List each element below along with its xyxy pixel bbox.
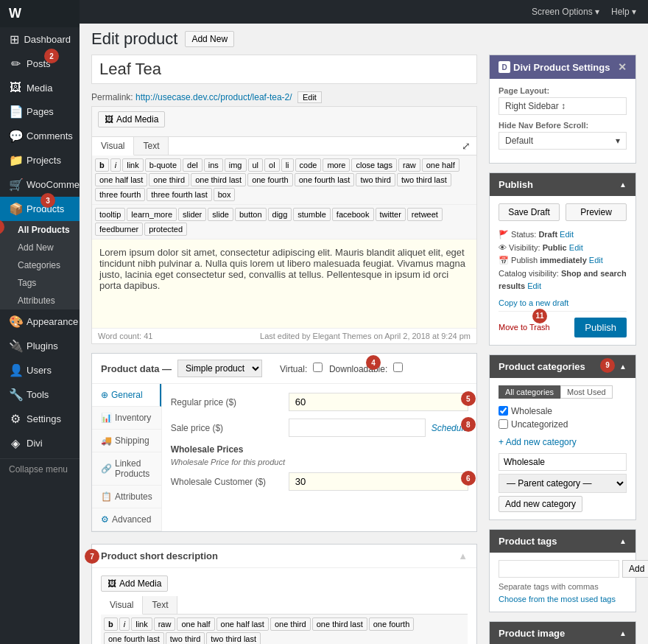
sd-one-fourth-last[interactable]: one fourth last (104, 632, 164, 644)
categories-header[interactable]: Product categories ▲ (490, 355, 635, 378)
toolbar-stumble[interactable]: stumble (293, 208, 331, 221)
copy-draft-link[interactable]: Copy to a new draft (499, 298, 568, 307)
toolbar-digg[interactable]: digg (268, 208, 292, 221)
save-draft-button[interactable]: Save Draft (499, 203, 560, 221)
toolbar-link[interactable]: link (122, 158, 144, 172)
sale-price-input[interactable] (289, 419, 426, 437)
tab-advanced[interactable]: ⚙ Advanced (92, 508, 161, 531)
wholesale-customer-input[interactable] (289, 472, 468, 491)
move-to-trash-link[interactable]: Move to Trash (499, 323, 550, 332)
toolbar-del[interactable]: del (183, 158, 202, 172)
sd-link[interactable]: link (131, 617, 152, 631)
collapse-menu-button[interactable]: Collapse menu (0, 458, 80, 480)
sidebar-item-divi[interactable]: ◈ Divi (0, 431, 80, 455)
toolbar-one-third-last[interactable]: one third last (191, 173, 246, 186)
sidebar-item-posts[interactable]: ✏ Posts 2 (0, 52, 80, 76)
sidebar-item-pages[interactable]: 📄 Pages (0, 99, 80, 124)
toolbar-twitter[interactable]: twitter (376, 208, 406, 221)
parent-category-select[interactable]: — Parent category — (499, 474, 627, 493)
sidebar-sub-add-new[interactable]: Add New (0, 239, 80, 256)
cat-checkbox-uncategorized[interactable] (499, 419, 508, 429)
toolbar-retweet[interactable]: retweet (407, 208, 443, 221)
cat-tab-most-used[interactable]: Most Used (560, 385, 613, 399)
virtual-checkbox[interactable] (313, 363, 323, 372)
schedule-link[interactable]: Schedule (432, 423, 468, 433)
sidebar-item-appearance[interactable]: 🎨 Appearance (0, 309, 80, 334)
help-btn[interactable]: Help ▾ (611, 7, 636, 17)
product-type-select[interactable]: Simple product (177, 360, 262, 377)
tab-linked-products[interactable]: 🔗 Linked Products (92, 452, 161, 486)
preview-button[interactable]: Preview (566, 203, 627, 221)
toolbar-protected[interactable]: protected (144, 223, 187, 236)
add-new-button[interactable]: Add New (185, 31, 234, 47)
product-title-input[interactable] (91, 55, 477, 84)
page-layout-select[interactable]: Right Sidebar ↕ (499, 97, 627, 115)
toolbar-img[interactable]: img (225, 158, 247, 172)
publish-button[interactable]: Publish (574, 318, 627, 337)
sidebar-item-woocommerce[interactable]: 🛒 WooCommerce (0, 172, 80, 197)
sidebar-item-projects[interactable]: 📁 Projects (0, 148, 80, 172)
tags-add-button[interactable]: Add (622, 560, 648, 578)
toolbar-one-fourth-last[interactable]: one fourth last (295, 173, 355, 186)
sidebar-sub-attributes[interactable]: Attributes (0, 292, 80, 309)
sidebar-item-tools[interactable]: 🔧 Tools (0, 382, 80, 407)
toolbar-three-fourth-last[interactable]: three fourth last (147, 188, 211, 201)
toolbar-code[interactable]: code (295, 158, 322, 172)
short-desc-add-media[interactable]: 🖼 Add Media (101, 575, 168, 592)
toolbar-bquote[interactable]: b-quote (145, 158, 181, 172)
toolbar-slider[interactable]: slider (178, 208, 206, 221)
screen-options-btn[interactable]: Screen Options ▾ (532, 7, 599, 17)
add-category-link[interactable]: + Add new category (499, 437, 627, 447)
cat-checkbox-wholesale[interactable] (499, 406, 508, 416)
toolbar-learn-more[interactable]: learn_more (127, 208, 177, 221)
cat-tab-all[interactable]: All categories (499, 385, 560, 399)
toolbar-one-third[interactable]: one third (149, 173, 189, 186)
sd-b[interactable]: b (104, 617, 118, 631)
toolbar-one-fourth[interactable]: one fourth (247, 173, 293, 186)
choose-tags-link[interactable]: Choose from the most used tags (499, 595, 616, 603)
permalink-edit-btn[interactable]: Edit (297, 91, 322, 103)
toolbar-two-third[interactable]: two third (356, 173, 395, 186)
short-desc-toggle[interactable]: ▲ (458, 550, 468, 561)
tab-attributes[interactable]: 📋 Attributes (92, 486, 161, 508)
toolbar-box[interactable]: box (214, 188, 236, 201)
sidebar-sub-tags[interactable]: Tags (0, 274, 80, 292)
tab-text[interactable]: Text (134, 137, 169, 155)
toolbar-ul[interactable]: ul (248, 158, 264, 172)
toolbar-raw[interactable]: raw (398, 158, 420, 172)
short-desc-tab-text[interactable]: Text (143, 596, 177, 614)
tags-header[interactable]: Product tags ▲ (490, 530, 635, 553)
toolbar-feedburner[interactable]: feedburner (95, 223, 143, 236)
add-category-button[interactable]: Add new category (499, 496, 582, 512)
sd-i[interactable]: i (119, 617, 130, 631)
toolbar-close-tags[interactable]: close tags (351, 158, 397, 172)
downloadable-checkbox[interactable] (393, 363, 403, 372)
toolbar-li[interactable]: li (281, 158, 294, 172)
sidebar-sub-all-products[interactable]: All Products 1 (0, 221, 80, 239)
hide-nav-select[interactable]: Default ▾ (499, 132, 627, 150)
status-edit-link[interactable]: Edit (560, 230, 574, 239)
short-desc-tab-visual[interactable]: Visual (101, 596, 143, 615)
toolbar-more[interactable]: more (323, 158, 350, 172)
sidebar-sub-categories[interactable]: Categories (0, 256, 80, 274)
sd-one-fourth[interactable]: one fourth (369, 617, 415, 631)
toolbar-ol[interactable]: ol (264, 158, 280, 172)
visibility-edit-link[interactable]: Edit (569, 243, 583, 252)
toolbar-button[interactable]: button (235, 208, 267, 221)
editor-content-area[interactable]: Lorem ipsum dolor sit amet, consectetur … (92, 239, 476, 328)
divi-close-icon[interactable]: ✕ (618, 61, 627, 73)
sidebar-item-users[interactable]: 👤 Users (0, 358, 80, 382)
toolbar-ins[interactable]: ins (204, 158, 223, 172)
sd-one-half[interactable]: one half (177, 617, 214, 631)
regular-price-input[interactable] (289, 393, 468, 411)
toolbar-facebook[interactable]: facebook (332, 208, 374, 221)
toolbar-one-half-last[interactable]: one half last (95, 173, 147, 186)
toolbar-two-third-last[interactable]: two third last (397, 173, 451, 186)
toolbar-i[interactable]: i (110, 158, 121, 172)
sidebar-item-plugins[interactable]: 🔌 Plugins (0, 334, 80, 358)
sidebar-item-media[interactable]: 🖼 Media (0, 76, 80, 99)
image-header[interactable]: Product image ▲ (490, 622, 635, 644)
sd-one-third-last[interactable]: one third last (312, 617, 367, 631)
toolbar-tooltip[interactable]: tooltip (95, 208, 125, 221)
add-media-button[interactable]: 🖼 Add Media (98, 111, 165, 127)
